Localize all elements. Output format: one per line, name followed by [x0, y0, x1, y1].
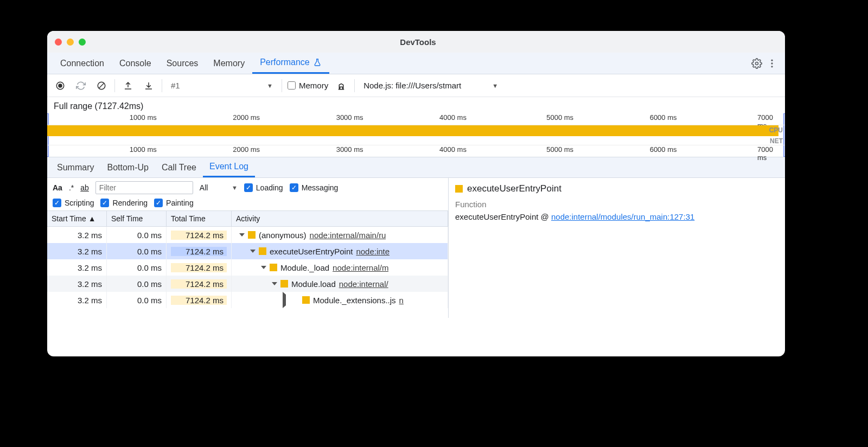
- cell-self: 0.0 ms: [107, 243, 167, 259]
- table-row[interactable]: 3.2 ms0.0 ms7124.2 ms(anonymous) node:in…: [47, 227, 448, 243]
- table-row[interactable]: 3.2 ms0.0 ms7124.2 msModule._load node:i…: [47, 259, 448, 276]
- cell-start: 3.2 ms: [47, 259, 107, 276]
- check-messaging[interactable]: ✓Messaging: [290, 183, 339, 192]
- tab-performance[interactable]: Performance: [252, 53, 329, 74]
- kebab-menu-icon[interactable]: [764, 56, 780, 71]
- event-log-table-header: Start Time▲ Self Time Total Time Activit…: [47, 211, 448, 227]
- expand-toggle-icon[interactable]: [250, 250, 256, 253]
- check-scripting[interactable]: ✓Scripting: [53, 199, 94, 207]
- cell-start: 3.2 ms: [47, 292, 107, 308]
- activity-source-link[interactable]: node:inte: [356, 247, 390, 256]
- check-loading[interactable]: ✓Loading: [244, 183, 283, 192]
- tab-memory[interactable]: Memory: [206, 53, 252, 74]
- activity-name: Module._load: [280, 263, 329, 272]
- check-painting[interactable]: ✓Painting: [154, 199, 194, 207]
- col-activity[interactable]: Activity: [232, 211, 448, 226]
- cell-total: 7124.2 ms: [167, 243, 232, 259]
- filter-input[interactable]: [95, 181, 193, 194]
- col-self-time[interactable]: Self Time: [107, 211, 167, 226]
- chevron-down-icon: ▼: [267, 82, 273, 89]
- color-swatch-icon: [270, 264, 277, 271]
- record-button[interactable]: [53, 78, 68, 93]
- timeline-ruler-bottom: 1000 ms 2000 ms 3000 ms 4000 ms 5000 ms …: [47, 145, 785, 157]
- detail-source-link[interactable]: node:internal/modules/run_main:127:31: [551, 212, 694, 221]
- tab-connection[interactable]: Connection: [53, 53, 112, 74]
- detail-signature: executeUserEntryPoint @ node:internal/mo…: [455, 212, 778, 221]
- table-row[interactable]: 3.2 ms0.0 ms7124.2 msexecuteUserEntryPoi…: [47, 243, 448, 259]
- upload-icon[interactable]: [120, 78, 136, 93]
- context-selector[interactable]: Node.js: file:///Users/stmart ▼: [360, 81, 501, 90]
- svg-point-2: [771, 62, 773, 64]
- table-row[interactable]: 3.2 ms0.0 ms7124.2 msModule.load node:in…: [47, 276, 448, 292]
- reload-button[interactable]: [73, 78, 88, 93]
- category-selector[interactable]: All ▼: [200, 183, 238, 192]
- svg-point-5: [59, 84, 62, 87]
- performance-toolbar: #1 ▼ Memory Node.js: file:///Users/stmar…: [47, 74, 785, 97]
- col-total-time[interactable]: Total Time: [167, 211, 232, 226]
- activity-source-link[interactable]: node:internal/m: [333, 263, 388, 272]
- event-log-table-body: 3.2 ms0.0 ms7124.2 ms(anonymous) node:in…: [47, 227, 448, 308]
- activity-source-link[interactable]: node:internal/: [339, 279, 388, 289]
- sort-asc-icon: ▲: [88, 214, 96, 223]
- subtab-summary[interactable]: Summary: [50, 157, 100, 177]
- cell-total: 7124.2 ms: [167, 276, 232, 292]
- cell-self: 0.0 ms: [107, 227, 167, 243]
- match-case-toggle[interactable]: Aa: [53, 183, 62, 192]
- expand-toggle-icon[interactable]: [239, 233, 245, 237]
- activity-name: executeUserEntryPoint: [270, 247, 353, 256]
- activity-source-link[interactable]: n: [399, 296, 404, 305]
- color-swatch-icon: [259, 247, 266, 255]
- cell-self: 0.0 ms: [107, 276, 167, 292]
- cell-start: 3.2 ms: [47, 276, 107, 292]
- whole-word-toggle[interactable]: ab: [80, 183, 89, 192]
- window-title: DevTools: [86, 37, 750, 47]
- regex-toggle[interactable]: .*: [69, 183, 74, 192]
- timeline-overview[interactable]: 1000 ms 2000 ms 3000 ms 4000 ms 5000 ms …: [47, 113, 785, 157]
- cell-start: 3.2 ms: [47, 243, 107, 259]
- cell-self: 0.0 ms: [107, 292, 167, 308]
- net-lane: NET: [47, 136, 785, 145]
- expand-toggle-icon[interactable]: [272, 282, 277, 285]
- table-row[interactable]: 3.2 ms0.0 ms7124.2 msModule._extensions.…: [47, 292, 448, 308]
- fullscreen-window-button[interactable]: [79, 39, 86, 46]
- devtools-window: DevTools Connection Console Sources Memo…: [47, 31, 785, 356]
- activity-name: Module.load: [291, 279, 336, 289]
- cell-self: 0.0 ms: [107, 259, 167, 276]
- memory-checkbox-input[interactable]: [288, 81, 296, 90]
- recording-selector[interactable]: #1 ▼: [168, 81, 276, 90]
- subtab-call-tree[interactable]: Call Tree: [155, 157, 203, 177]
- flask-icon: [313, 58, 322, 67]
- cell-activity: Module._extensions..js n: [232, 292, 448, 308]
- cell-total: 7124.2 ms: [167, 292, 232, 308]
- subtab-bottom-up[interactable]: Bottom-Up: [100, 157, 155, 177]
- expand-toggle-icon[interactable]: [261, 266, 266, 269]
- collect-garbage-icon[interactable]: [334, 78, 349, 93]
- cell-activity: executeUserEntryPoint node:inte: [232, 243, 448, 259]
- color-swatch-icon: [302, 296, 310, 304]
- cell-activity: Module._load node:internal/m: [232, 259, 448, 276]
- subtab-event-log[interactable]: Event Log: [203, 157, 255, 177]
- color-swatch-icon: [248, 231, 256, 239]
- perf-subtabs: Summary Bottom-Up Call Tree Event Log: [47, 157, 785, 178]
- download-icon[interactable]: [141, 78, 156, 93]
- expand-toggle-icon[interactable]: [283, 292, 299, 308]
- activity-name: Module._extensions..js: [313, 296, 396, 305]
- check-rendering[interactable]: ✓Rendering: [100, 199, 148, 207]
- chevron-down-icon: ▼: [492, 82, 498, 89]
- timeline-range-label: Full range (7127.42ms): [47, 97, 785, 113]
- clear-button[interactable]: [94, 78, 109, 93]
- cpu-activity-bar: [47, 125, 778, 136]
- memory-checkbox[interactable]: Memory: [288, 81, 328, 90]
- activity-source-link[interactable]: node:internal/main/ru: [310, 231, 386, 240]
- cell-total: 7124.2 ms: [167, 227, 232, 243]
- color-swatch-icon: [455, 185, 463, 193]
- col-start-time[interactable]: Start Time▲: [47, 211, 107, 226]
- color-swatch-icon: [280, 280, 288, 288]
- titlebar: DevTools: [47, 31, 785, 53]
- tab-sources[interactable]: Sources: [159, 53, 206, 74]
- svg-point-1: [771, 59, 773, 61]
- close-window-button[interactable]: [55, 39, 62, 46]
- tab-console[interactable]: Console: [112, 53, 159, 74]
- settings-gear-icon[interactable]: [749, 56, 764, 71]
- minimize-window-button[interactable]: [67, 39, 74, 46]
